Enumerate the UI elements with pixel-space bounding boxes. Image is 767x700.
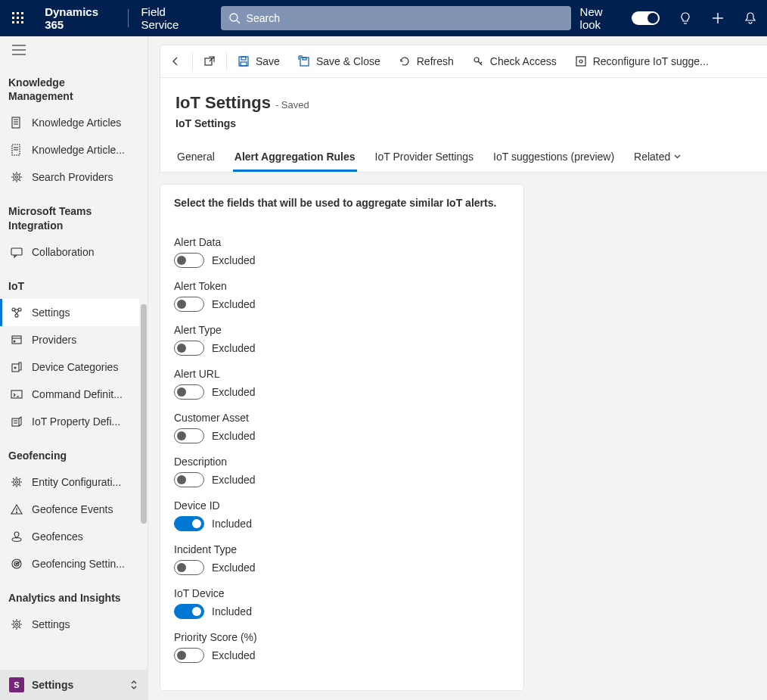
sidebar-item-label: Collaboration <box>32 246 95 258</box>
area-switcher[interactable]: S Settings <box>0 670 148 700</box>
sidebar-item[interactable]: Knowledge Article... <box>0 136 139 163</box>
svg-line-31 <box>20 180 21 182</box>
popout-button[interactable] <box>194 49 225 73</box>
waffle-icon[interactable] <box>0 0 36 36</box>
reconfigure-label: Reconfigure IoT sugge... <box>593 55 709 67</box>
sidebar-item[interactable]: Geofencing Settin... <box>0 550 139 577</box>
svg-rect-5 <box>21 17 23 19</box>
tab-label: General <box>177 151 215 163</box>
sidebar-item[interactable]: Settings <box>0 611 139 638</box>
field-label: Description <box>174 456 510 468</box>
tab-label: IoT Provider Settings <box>375 151 474 163</box>
svg-line-74 <box>13 621 14 622</box>
svg-line-38 <box>14 310 17 314</box>
sidebar-item[interactable]: Search Providers <box>0 163 139 191</box>
field-state: Excluded <box>212 298 256 310</box>
svg-rect-48 <box>12 418 19 426</box>
sidebar-item[interactable]: Device Categories <box>0 353 139 381</box>
sidebar-item[interactable]: Geofence Events <box>0 496 139 523</box>
sidebar-item[interactable]: Command Definit... <box>0 381 139 408</box>
sidebar-item[interactable]: Knowledge Articles <box>0 109 139 136</box>
chevron-down-icon <box>673 152 682 160</box>
search-input[interactable]: Search <box>221 6 571 30</box>
svg-rect-78 <box>205 58 212 65</box>
sidebar-item[interactable]: Providers <box>0 326 139 353</box>
new-look-switch[interactable] <box>632 11 660 25</box>
save-label: Save <box>256 55 280 67</box>
iot-icon <box>11 306 23 319</box>
sidebar-item-label: Settings <box>32 306 70 319</box>
sidebar-item-label: Entity Configurati... <box>32 476 121 488</box>
field-toggle[interactable] <box>174 648 204 663</box>
sidebar-item-label: Geofencing Settin... <box>32 558 125 570</box>
bell-icon[interactable] <box>734 0 767 36</box>
svg-rect-1 <box>17 12 19 14</box>
top-bar: Dynamics 365 Field Service Search New lo… <box>0 0 767 36</box>
sidebar-item[interactable]: IoT Property Defi... <box>0 408 139 435</box>
field-row: IoT DeviceIncluded <box>174 587 510 619</box>
save-button[interactable]: Save <box>228 49 289 73</box>
app-label[interactable]: Field Service <box>129 5 217 31</box>
tab[interactable]: Alert Aggregation Rules <box>233 145 357 172</box>
svg-point-9 <box>230 14 238 21</box>
sidebar-item[interactable]: Collaboration <box>0 238 139 266</box>
field-toggle[interactable] <box>174 604 204 619</box>
field-row: DescriptionExcluded <box>174 456 510 487</box>
svg-line-30 <box>13 173 14 175</box>
hamburger-icon[interactable] <box>12 45 135 58</box>
field-toggle[interactable] <box>174 516 204 531</box>
field-toggle[interactable] <box>174 253 204 268</box>
field-toggle[interactable] <box>174 384 204 400</box>
field-label: Alert URL <box>174 368 510 380</box>
svg-point-25 <box>16 176 18 179</box>
lightbulb-icon[interactable] <box>669 0 701 36</box>
saved-status: - Saved <box>275 99 309 110</box>
sidebar-nav: Knowledge ManagementKnowledge ArticlesKn… <box>0 62 148 670</box>
svg-line-76 <box>13 627 14 629</box>
svg-point-37 <box>15 314 18 317</box>
sidebar-item[interactable]: Geofences <box>0 523 139 550</box>
scrollbar[interactable] <box>141 304 147 524</box>
sidebar-item[interactable]: Settings <box>0 299 139 326</box>
sidebar-item-label: Device Categories <box>32 361 118 373</box>
field-toggle[interactable] <box>174 297 204 312</box>
tab[interactable]: IoT suggestions (preview) <box>492 145 616 172</box>
plus-icon[interactable] <box>702 0 734 36</box>
tab[interactable]: Related <box>632 145 683 172</box>
search-icon <box>228 12 241 24</box>
back-button[interactable] <box>160 49 191 73</box>
form-tabs: GeneralAlert Aggregation RulesIoT Provid… <box>175 145 752 172</box>
area-label: Settings <box>32 679 122 691</box>
svg-line-39 <box>17 310 19 314</box>
svg-line-75 <box>20 627 21 629</box>
sidebar-item-label: Geofence Events <box>32 503 113 515</box>
sidebar-item-label: Geofences <box>32 530 83 543</box>
sidebar-item-label: IoT Property Defi... <box>32 415 120 428</box>
svg-line-77 <box>20 621 21 622</box>
field-toggle[interactable] <box>174 428 204 443</box>
tab[interactable]: IoT Provider Settings <box>374 145 475 172</box>
page-title: IoT Settings <box>175 93 271 113</box>
check-access-button[interactable]: Check Access <box>463 49 566 73</box>
new-look-label: New look <box>580 5 626 31</box>
field-row: Alert DataExcluded <box>174 236 510 268</box>
refresh-button[interactable]: Refresh <box>390 49 463 73</box>
svg-rect-4 <box>17 17 19 19</box>
provider-icon <box>11 334 23 346</box>
new-look-toggle[interactable]: New look <box>571 5 669 31</box>
field-toggle[interactable] <box>174 472 204 487</box>
field-toggle[interactable] <box>174 560 204 575</box>
field-row: Device IDIncluded <box>174 499 510 531</box>
reconfigure-button[interactable]: Reconfigure IoT sugge... <box>566 49 718 73</box>
gear-icon <box>11 476 23 488</box>
sidebar-item[interactable]: Entity Configurati... <box>0 468 139 496</box>
field-toggle[interactable] <box>174 341 204 356</box>
field-row: Customer AssetExcluded <box>174 412 510 443</box>
sidebar-heading: IoT <box>0 266 139 299</box>
field-state: Excluded <box>212 430 256 442</box>
gear-icon <box>11 171 23 183</box>
save-close-button[interactable]: Save & Close <box>289 49 390 73</box>
tab[interactable]: General <box>175 145 216 172</box>
sidebar-heading: Geofencing <box>0 435 139 468</box>
brand-label[interactable]: Dynamics 365 <box>36 5 128 31</box>
